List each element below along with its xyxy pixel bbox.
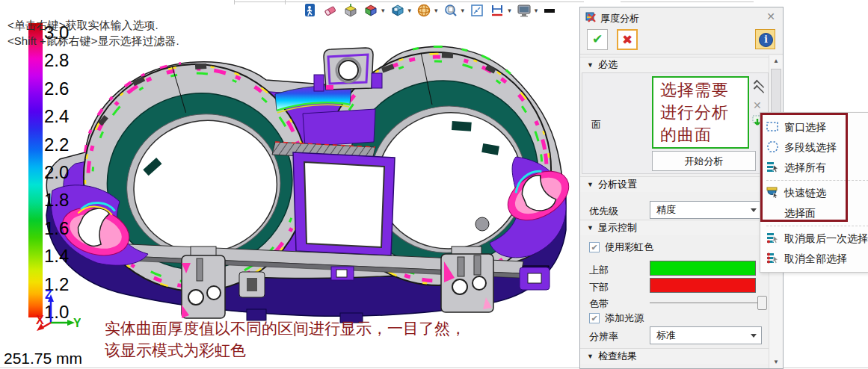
- scale-label: 2.4: [44, 106, 89, 127]
- window-select-icon: [760, 122, 784, 134]
- cancel-all-select-icon: [760, 252, 784, 266]
- render-mode-icon[interactable]: [363, 3, 378, 18]
- info-icon: i: [759, 33, 773, 47]
- axis-z-label: Z: [45, 288, 52, 301]
- resolution-label: 分辨率: [589, 330, 618, 344]
- info-button[interactable]: i: [755, 29, 775, 49]
- thickness-color-scale: [28, 23, 43, 317]
- axis-triad: Z Y X: [27, 288, 81, 335]
- close-icon[interactable]: ✕: [766, 10, 775, 22]
- selection-context-menu: 窗口选择 多段线选择 选择所有 快速链选 选择面 取消最后一次选择 取消全部选择: [760, 112, 868, 273]
- menu-item-select-all[interactable]: 选择所有: [760, 158, 868, 178]
- scroll-up-icon[interactable]: ▲: [769, 55, 783, 67]
- window-chrome-tick: [285, 0, 286, 4]
- wireframe-sphere-icon[interactable]: [416, 3, 431, 18]
- lower-color-swatch[interactable]: [650, 278, 756, 293]
- section-results-label: 检查结果: [598, 350, 637, 363]
- scroll-down-icon[interactable]: ▼: [769, 356, 783, 368]
- axis-x-label: X: [36, 314, 44, 326]
- section-required-label: 必选: [598, 58, 618, 72]
- menu-item-cancel-all-select[interactable]: 取消全部选择: [760, 249, 868, 269]
- chevron-down-icon: [751, 208, 757, 212]
- color-band-label: 色带: [589, 297, 609, 311]
- menu-item-window-select[interactable]: 窗口选择: [760, 117, 868, 137]
- upper-color-label: 上部: [589, 264, 609, 277]
- eraser-icon[interactable]: [323, 3, 338, 18]
- resolution-dropdown[interactable]: 标准: [650, 326, 762, 344]
- add-light-label: 添加光源: [605, 311, 644, 325]
- section-display-label: 显示控制: [598, 221, 637, 235]
- start-analysis-button[interactable]: 开始分析: [652, 151, 756, 171]
- chevron-up-double-icon[interactable]: [751, 82, 766, 93]
- panel-titlebar[interactable]: 厚度分析 ✕: [580, 7, 783, 27]
- menu-separator: [766, 180, 868, 181]
- polyline-select-icon: [760, 141, 784, 155]
- dropdown-caret-icon[interactable]: ▾: [508, 7, 511, 14]
- axis-y-label: Y: [73, 317, 81, 329]
- collapse-triangle-icon: ▼: [587, 181, 594, 188]
- add-light-checkbox[interactable]: ✔: [589, 313, 600, 323]
- section-check-results[interactable]: ▼ 检查结果: [580, 348, 769, 364]
- selection-hint-overlay: 选择需要 进行分析 的曲面: [652, 76, 749, 149]
- select-all-icon: [760, 161, 784, 175]
- menu-item-cancel-last-select[interactable]: 取消最后一次选择: [760, 229, 868, 249]
- band-slider-handle[interactable]: [757, 296, 767, 310]
- priority-dropdown[interactable]: 精度: [650, 201, 762, 219]
- divider: [580, 54, 783, 55]
- collapse-triangle-icon: ▼: [587, 353, 594, 360]
- scale-label: 1.4: [44, 246, 89, 267]
- display-settings-icon[interactable]: [517, 3, 532, 18]
- face-input-label: 面: [591, 118, 601, 131]
- window-chrome-line: [621, 1, 754, 2]
- annotation-caption-line-1: 实体曲面厚度值以不同的区间进行显示，一目了然，: [105, 318, 466, 339]
- dropdown-caret-icon[interactable]: ▾: [461, 7, 465, 14]
- measure-distance-icon[interactable]: [490, 3, 505, 18]
- scale-label: 2.6: [44, 78, 89, 99]
- section-display-control[interactable]: ▼ 显示控制: [580, 220, 769, 235]
- lower-color-label: 下部: [589, 281, 609, 294]
- annotation-caption-line-2: 该显示模式为彩虹色: [105, 340, 246, 361]
- clear-selection-icon[interactable]: ✕: [753, 99, 766, 111]
- light-checkbox-row: ✔ 添加光源: [589, 311, 644, 325]
- menu-item-select-face[interactable]: 选择面: [760, 203, 868, 223]
- exit-icon[interactable]: [303, 3, 318, 18]
- chevron-down-icon: [751, 334, 757, 338]
- section-view-icon[interactable]: [343, 3, 358, 18]
- menu-item-polyline-select[interactable]: 多段线选择: [760, 137, 868, 158]
- window-chrome-tick: [234, 0, 235, 4]
- menu-separator: [766, 226, 868, 226]
- section-analysis-label: 分析设置: [598, 178, 637, 191]
- use-rainbow-checkbox[interactable]: ✔: [589, 242, 600, 252]
- prompt-line-1: <单击右键>获取实体输入选项.: [7, 19, 158, 33]
- view-toolbar: ▾ ▾ ▾ ▾ ▾ ▾: [303, 1, 558, 19]
- scale-label: 1.8: [44, 190, 89, 211]
- collapse-triangle-icon: ▼: [587, 224, 594, 232]
- dropdown-caret-icon[interactable]: ▾: [434, 7, 438, 14]
- menu-item-quick-chain-select[interactable]: 快速链选: [760, 183, 868, 203]
- cancel-button[interactable]: ✖: [617, 29, 638, 50]
- prompt-line-2: <Shift +鼠标右键>显示选择过滤器.: [7, 34, 179, 49]
- scale-label: 2.0: [44, 162, 89, 183]
- use-rainbow-label: 使用彩虹色: [605, 241, 653, 254]
- priority-label: 优先级: [589, 205, 618, 218]
- upper-color-swatch[interactable]: [650, 261, 756, 276]
- section-required[interactable]: ▼ 必选: [580, 57, 769, 72]
- fit-window-icon[interactable]: [470, 3, 484, 18]
- thickness-analysis-icon: [585, 11, 597, 23]
- cancel-last-select-icon: [760, 232, 784, 246]
- rainbow-checkbox-row: ✔ 使用彩虹色: [589, 241, 653, 254]
- scale-label: 2.8: [44, 50, 89, 71]
- collapse-bar-icon[interactable]: [543, 3, 558, 18]
- section-analysis-settings[interactable]: ▼ 分析设置: [580, 176, 769, 192]
- image-view-icon[interactable]: [390, 3, 405, 18]
- dropdown-caret-icon[interactable]: ▾: [535, 7, 538, 14]
- zoom-region-icon[interactable]: [443, 3, 458, 18]
- thickness-analysis-panel: 厚度分析 ✕ ✔ ✖ i ▼ 必选 面 选择需要 进行分析 的曲面 ✕ 开始分析…: [579, 7, 784, 369]
- ok-button[interactable]: ✔: [587, 29, 608, 50]
- dropdown-caret-icon[interactable]: ▾: [408, 7, 412, 14]
- required-content: 面 选择需要 进行分析 的曲面 ✕ 开始分析: [582, 72, 769, 174]
- scale-label: 1.6: [44, 218, 89, 239]
- scale-readout: 251.75 mm: [4, 350, 82, 368]
- dropdown-caret-icon[interactable]: ▾: [381, 7, 385, 14]
- band-slider-track[interactable]: [650, 303, 767, 303]
